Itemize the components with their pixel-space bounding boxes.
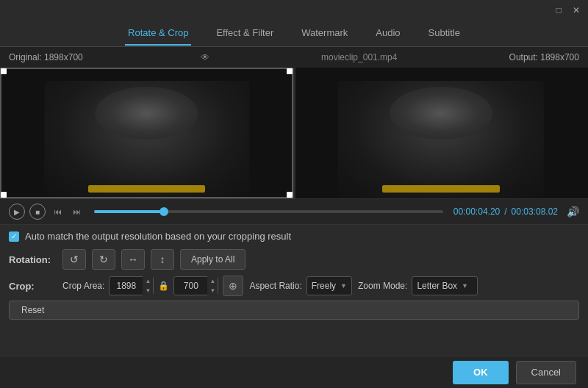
crop-width-down[interactable]: ▼	[143, 286, 153, 295]
crop-width-input[interactable]	[110, 281, 143, 291]
aspect-ratio-value: Freely	[312, 281, 336, 291]
title-bar: □ ✕	[0, 0, 588, 21]
rotate-ccw-button[interactable]: ↺	[62, 249, 86, 270]
zoom-mode-dropdown[interactable]: Letter Box ▼	[412, 276, 478, 295]
flip-vertical-button[interactable]: ↕	[151, 249, 174, 270]
play-button[interactable]: ▶	[9, 204, 25, 220]
zoom-mode-label: Zoom Mode:	[358, 281, 407, 291]
crop-corner-tr[interactable]	[287, 68, 293, 74]
center-crop-button[interactable]: ⊕	[223, 276, 243, 296]
original-resolution: Original: 1898x700	[9, 52, 83, 62]
tab-rotate-crop[interactable]: Rotate & Crop	[125, 21, 191, 46]
subtitle-overlay-left	[88, 185, 206, 193]
video-figure-right	[338, 81, 544, 198]
reset-label: Reset	[21, 305, 44, 315]
stop-button[interactable]: ■	[29, 204, 46, 220]
crop-height-input-wrap: ▲ ▼	[173, 276, 218, 295]
rotate-cw-icon: ↻	[99, 254, 108, 265]
aspect-ratio-dropdown[interactable]: Freely ▼	[306, 276, 352, 295]
aspect-ratio-label: Aspect Ratio:	[249, 281, 301, 291]
eye-icon[interactable]: 👁	[201, 52, 209, 62]
zoom-mode-value: Letter Box	[417, 281, 457, 291]
tab-subtitle[interactable]: Subtitle	[426, 21, 463, 46]
crop-width-spinners: ▲ ▼	[143, 276, 153, 295]
video-figure-left	[44, 81, 249, 198]
time-separator: /	[504, 206, 506, 217]
minimize-button[interactable]: □	[553, 4, 564, 16]
subtitle-overlay-right	[382, 185, 500, 193]
crop-height-down[interactable]: ▼	[207, 286, 218, 295]
rotate-cw-button[interactable]: ↻	[92, 249, 115, 270]
close-button[interactable]: ✕	[570, 4, 582, 16]
tab-audio[interactable]: Audio	[373, 21, 403, 46]
crop-row: Crop: Crop Area: ▲ ▼ 🔒 ▲ ▼ ⊕	[9, 276, 579, 296]
preview-left	[0, 68, 294, 198]
preview-divider	[294, 68, 295, 198]
time-total: 00:03:08.02	[512, 206, 558, 217]
preview-area	[0, 68, 588, 198]
crop-width-input-wrap: ▲ ▼	[109, 276, 154, 295]
tab-watermark[interactable]: Watermark	[298, 21, 351, 46]
auto-match-row: Auto match the output resolution based o…	[9, 231, 579, 242]
crop-corner-br[interactable]	[287, 192, 293, 198]
skip-forward-button[interactable]: ⏭	[69, 204, 84, 219]
video-frame-left	[0, 68, 293, 198]
apply-to-all-button[interactable]: Apply to All	[180, 249, 245, 270]
center-crop-icon: ⊕	[229, 280, 237, 292]
time-current: 00:00:04.20	[453, 206, 500, 217]
zoom-dropdown-arrow: ▼	[462, 282, 468, 290]
crop-width-up[interactable]: ▲	[143, 276, 153, 286]
auto-match-checkbox[interactable]	[9, 231, 19, 242]
info-bar: Original: 1898x700 👁 movieclip_001.mp4 O…	[0, 47, 588, 68]
skip-forward-icon: ⏭	[73, 207, 81, 216]
filename-label: movieclip_001.mp4	[321, 52, 397, 62]
volume-button[interactable]: 🔊	[567, 206, 579, 218]
stop-icon: ■	[35, 208, 40, 216]
progress-fill	[94, 210, 164, 213]
progress-thumb[interactable]	[159, 207, 168, 216]
reset-row: Reset	[9, 301, 579, 320]
rotate-ccw-icon: ↺	[70, 254, 79, 265]
lock-icon[interactable]: 🔒	[158, 281, 169, 291]
flip-horizontal-button[interactable]: ↔	[121, 249, 145, 270]
aspect-ratio-group: Aspect Ratio: Freely ▼	[249, 276, 352, 295]
rotation-label: Rotation:	[9, 254, 57, 265]
crop-area-group: Crop Area: ▲ ▼ 🔒 ▲ ▼ ⊕	[62, 276, 243, 296]
flip-h-icon: ↔	[128, 254, 138, 265]
flip-v-icon: ↕	[160, 254, 165, 265]
bottom-bar: OK Cancel	[0, 356, 588, 388]
cancel-button[interactable]: Cancel	[516, 361, 576, 384]
output-resolution: Output: 1898x700	[509, 52, 579, 62]
crop-area-label: Crop Area:	[62, 281, 104, 291]
crop-corner-bl[interactable]	[1, 192, 7, 198]
skip-back-button[interactable]: ⏮	[50, 204, 65, 219]
rotation-row: Rotation: ↺ ↻ ↔ ↕ Apply to All	[9, 249, 579, 270]
playback-bar: ▶ ■ ⏮ ⏭ 00:00:04.20 / 00:03:08.02 🔊	[0, 198, 588, 225]
tab-effect-filter[interactable]: Effect & Filter	[213, 21, 276, 46]
video-frame-right	[294, 68, 588, 198]
preview-right	[294, 68, 588, 198]
aspect-dropdown-arrow: ▼	[340, 282, 347, 290]
progress-bar[interactable]	[94, 210, 443, 213]
apply-to-all-label: Apply to All	[191, 254, 234, 265]
crop-height-input[interactable]	[174, 281, 207, 291]
reset-button[interactable]: Reset	[9, 301, 579, 320]
ok-button[interactable]: OK	[453, 361, 509, 384]
auto-match-label: Auto match the output resolution based o…	[25, 231, 291, 242]
tab-bar: Rotate & Crop Effect & Filter Watermark …	[0, 21, 588, 47]
zoom-mode-group: Zoom Mode: Letter Box ▼	[358, 276, 478, 295]
crop-corner-tl[interactable]	[1, 68, 7, 74]
skip-back-icon: ⏮	[54, 207, 62, 216]
crop-label: Crop:	[9, 281, 57, 292]
crop-height-spinners: ▲ ▼	[207, 276, 218, 295]
play-icon: ▶	[14, 208, 20, 216]
crop-height-up[interactable]: ▲	[207, 276, 218, 286]
controls-area: Auto match the output resolution based o…	[0, 225, 588, 326]
